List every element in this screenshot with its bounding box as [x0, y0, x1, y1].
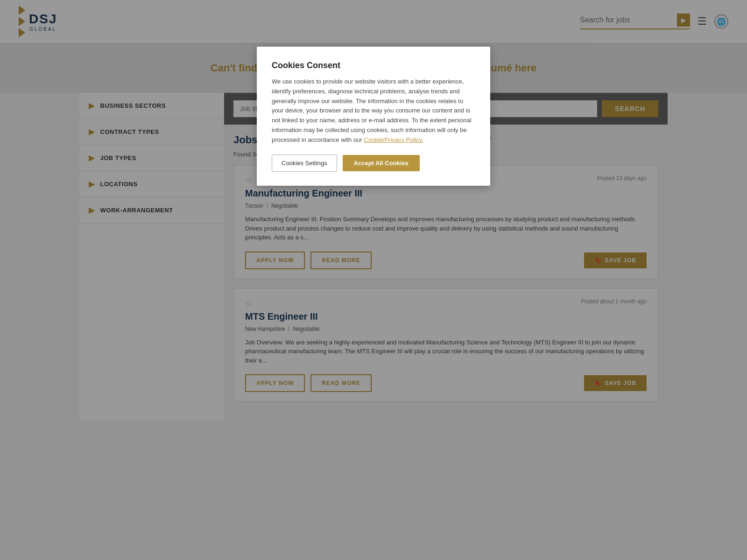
- cookie-modal: Cookies Consent We use cookies to provid…: [257, 47, 490, 186]
- cookie-buttons: Cookies Settings Accept All Cookies: [272, 154, 475, 172]
- cookie-title: Cookies Consent: [272, 61, 475, 70]
- accept-all-cookies-button[interactable]: Accept All Cookies: [343, 155, 420, 171]
- cookies-settings-button[interactable]: Cookies Settings: [272, 154, 337, 172]
- cookie-text: We use cookies to provide our website vi…: [272, 77, 475, 145]
- cookie-privacy-link[interactable]: Cookie/Privacy Policy.: [364, 136, 423, 143]
- cookie-overlay: Cookies Consent We use cookies to provid…: [0, 0, 747, 420]
